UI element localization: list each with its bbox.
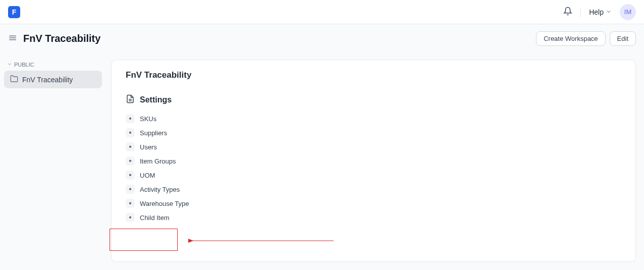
document-icon [126, 94, 135, 105]
help-dropdown[interactable]: Help [589, 8, 612, 16]
group-label: PUBLIC [14, 62, 34, 68]
folder-icon [10, 75, 18, 84]
app-logo[interactable]: F [8, 6, 20, 18]
settings-label: Activity Types [140, 186, 180, 193]
sidebar-item-label: FnV Traceability [22, 76, 73, 84]
top-header: F Help IM [0, 0, 644, 24]
settings-item-skus[interactable]: • SKUs [126, 114, 621, 123]
bullet-icon: • [126, 199, 135, 208]
avatar[interactable]: IM [620, 4, 636, 20]
bullet-icon: • [126, 185, 135, 194]
settings-item-activity-types[interactable]: • Activity Types [126, 185, 621, 194]
logo-text: F [12, 8, 17, 16]
divider [580, 7, 581, 17]
main-layout: PUBLIC FnV Traceability FnV Traceability [0, 52, 644, 270]
edit-button[interactable]: Edit [610, 31, 636, 46]
settings-item-uom[interactable]: • UOM [126, 171, 621, 180]
card-title: FnV Traceability [126, 70, 621, 80]
section-header: Settings [126, 94, 621, 105]
top-header-right: Help IM [563, 4, 636, 20]
bullet-icon: • [126, 128, 135, 137]
bell-icon[interactable] [563, 7, 572, 17]
chevron-down-icon [606, 8, 612, 16]
bullet-icon: • [126, 213, 135, 222]
settings-label: SKUs [140, 115, 156, 123]
settings-item-child-item[interactable]: • Child Item [126, 213, 621, 222]
annotation-highlight [110, 229, 178, 251]
settings-item-item-groups[interactable]: • Item Groups [126, 156, 621, 166]
chevron-down-icon [7, 62, 12, 68]
page-title: FnV Traceability [23, 33, 100, 44]
settings-label: Child Item [140, 214, 170, 222]
settings-label: Suppliers [140, 129, 167, 137]
annotation-arrow [187, 236, 339, 246]
bullet-icon: • [126, 142, 135, 151]
bullet-icon: • [126, 171, 135, 180]
help-label: Help [589, 8, 604, 16]
menu-icon[interactable] [8, 33, 17, 44]
page-header-left: FnV Traceability [8, 33, 100, 44]
section-title: Settings [140, 95, 172, 104]
bullet-icon: • [126, 114, 135, 123]
settings-label: UOM [140, 172, 155, 179]
settings-item-suppliers[interactable]: • Suppliers [126, 128, 621, 137]
sidebar: PUBLIC FnV Traceability [0, 52, 106, 270]
avatar-initials: IM [624, 8, 631, 16]
page-header: FnV Traceability Create Workspace Edit [0, 24, 644, 52]
settings-item-warehouse-type[interactable]: • Warehouse Type [126, 199, 621, 208]
settings-item-users[interactable]: • Users [126, 142, 621, 151]
create-workspace-button[interactable]: Create Workspace [536, 31, 605, 46]
settings-list: • SKUs • Suppliers • Users • Item Groups… [126, 114, 621, 222]
sidebar-item-fnv-traceability[interactable]: FnV Traceability [4, 71, 102, 88]
sidebar-group-public[interactable]: PUBLIC [4, 58, 102, 71]
content-area: FnV Traceability Settings • SKUs [106, 52, 644, 270]
settings-label: Users [140, 143, 157, 151]
settings-label: Warehouse Type [140, 200, 189, 207]
workspace-card: FnV Traceability Settings • SKUs [111, 60, 636, 262]
page-header-right: Create Workspace Edit [536, 31, 636, 46]
settings-label: Item Groups [140, 157, 176, 165]
bullet-icon: • [126, 156, 135, 166]
